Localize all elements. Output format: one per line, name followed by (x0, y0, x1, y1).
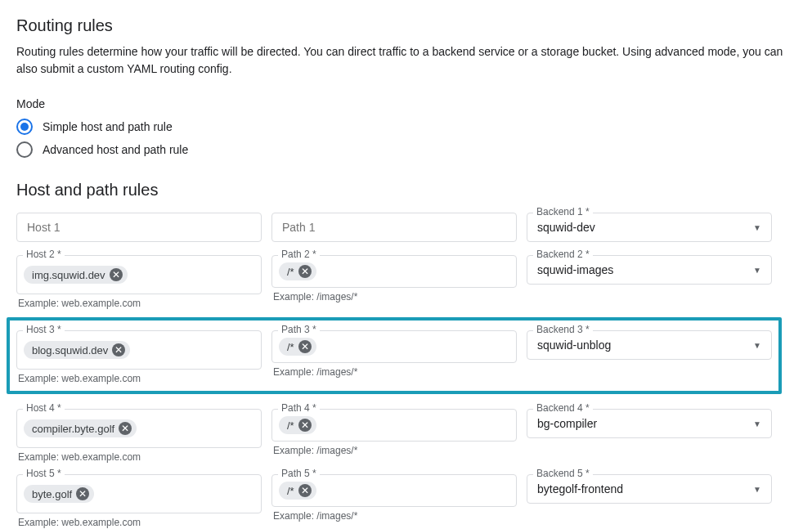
host-5-chip-text: byte.golf (32, 488, 72, 500)
rules-title: Host and path rules (16, 181, 796, 199)
host-4-label: Host 4 * (23, 402, 65, 414)
path-5-helper: Example: /images/* (271, 510, 517, 522)
close-icon[interactable]: ✕ (298, 419, 312, 432)
backend-1-value: squwid-dev (537, 221, 595, 234)
path-3-chip-text: /* (287, 341, 294, 353)
host-3-chip-text: blog.squwid.dev (32, 344, 108, 356)
backend-5-label: Backend 5 * (533, 468, 593, 479)
host-5-helper: Example: web.example.com (16, 517, 262, 528)
path-2-helper: Example: /images/* (271, 291, 517, 303)
close-icon[interactable]: ✕ (76, 487, 89, 500)
backend-4-label: Backend 4 * (533, 402, 593, 414)
radio-advanced[interactable]: Advanced host and path rule (16, 141, 796, 158)
host-4-chip-text: compiler.byte.golf (32, 423, 114, 435)
host-5-chip: byte.golf ✕ (24, 485, 94, 503)
page-description: Routing rules determine how your traffic… (16, 43, 793, 78)
backend-2-label: Backend 2 * (533, 249, 593, 260)
highlighted-row: Host 3 * blog.squwid.dev ✕ Example: web.… (7, 317, 782, 394)
backend-5-value: bytegolf-frontend (537, 482, 623, 495)
host-3-helper: Example: web.example.com (16, 373, 262, 384)
host-3-chip: blog.squwid.dev ✕ (24, 341, 130, 359)
path-5-input[interactable]: /* ✕ (271, 474, 517, 507)
backend-2-value: squwid-images (537, 263, 613, 276)
path-5-chip-text: /* (287, 485, 294, 497)
path-1-input[interactable] (271, 213, 517, 242)
host-5-label: Host 5 * (23, 468, 65, 479)
path-2-label: Path 2 * (278, 249, 320, 260)
close-icon[interactable]: ✕ (298, 265, 312, 278)
backend-1-label: Backend 1 * (533, 206, 593, 217)
backend-3-label: Backend 3 * (533, 324, 593, 335)
host-3-input[interactable]: blog.squwid.dev ✕ (16, 330, 262, 370)
radio-simple[interactable]: Simple host and path rule (16, 119, 796, 135)
host-2-label: Host 2 * (23, 249, 65, 260)
host-2-input[interactable]: img.squwid.dev ✕ (16, 255, 262, 294)
close-icon[interactable]: ✕ (119, 422, 132, 435)
chevron-down-icon: ▼ (753, 341, 761, 350)
host-4-input[interactable]: compiler.byte.golf ✕ (16, 409, 262, 448)
host-2-helper: Example: web.example.com (16, 298, 262, 309)
radio-advanced-label: Advanced host and path rule (43, 143, 188, 156)
chevron-down-icon: ▼ (753, 485, 761, 494)
path-3-input[interactable]: /* ✕ (271, 330, 517, 363)
path-4-chip: /* ✕ (279, 416, 316, 434)
path-4-input[interactable]: /* ✕ (271, 409, 517, 442)
path-2-chip: /* ✕ (279, 262, 316, 280)
host-2-chip-text: img.squwid.dev (32, 269, 105, 281)
path-4-helper: Example: /images/* (271, 445, 517, 456)
chevron-down-icon: ▼ (753, 223, 761, 232)
host-5-input[interactable]: byte.golf ✕ (16, 474, 262, 513)
host-2-chip: img.squwid.dev ✕ (24, 266, 128, 284)
host-3-label: Host 3 * (23, 324, 65, 335)
page-title: Routing rules (16, 16, 796, 35)
close-icon[interactable]: ✕ (112, 343, 125, 356)
path-4-chip-text: /* (287, 419, 294, 432)
mode-label: Mode (16, 97, 796, 110)
path-3-chip: /* ✕ (279, 338, 316, 356)
chevron-down-icon: ▼ (753, 266, 761, 275)
path-5-label: Path 5 * (278, 468, 320, 479)
host-1-input[interactable] (16, 213, 262, 242)
path-4-label: Path 4 * (278, 402, 320, 414)
path-3-helper: Example: /images/* (271, 366, 517, 378)
radio-icon (16, 141, 33, 158)
path-3-label: Path 3 * (278, 324, 320, 335)
path-2-chip-text: /* (287, 266, 294, 278)
host-4-chip: compiler.byte.golf ✕ (24, 419, 137, 437)
path-5-chip: /* ✕ (279, 482, 316, 500)
backend-4-value: bg-compiler (537, 417, 597, 430)
chevron-down-icon: ▼ (753, 419, 761, 428)
backend-3-value: squwid-unblog (537, 338, 611, 352)
radio-icon (16, 119, 33, 135)
close-icon[interactable]: ✕ (298, 340, 312, 353)
path-2-input[interactable]: /* ✕ (271, 255, 517, 288)
mode-radio-group: Simple host and path rule Advanced host … (16, 119, 796, 158)
host-4-helper: Example: web.example.com (16, 451, 262, 463)
close-icon[interactable]: ✕ (110, 268, 123, 281)
radio-simple-label: Simple host and path rule (43, 120, 173, 133)
close-icon[interactable]: ✕ (298, 484, 312, 497)
